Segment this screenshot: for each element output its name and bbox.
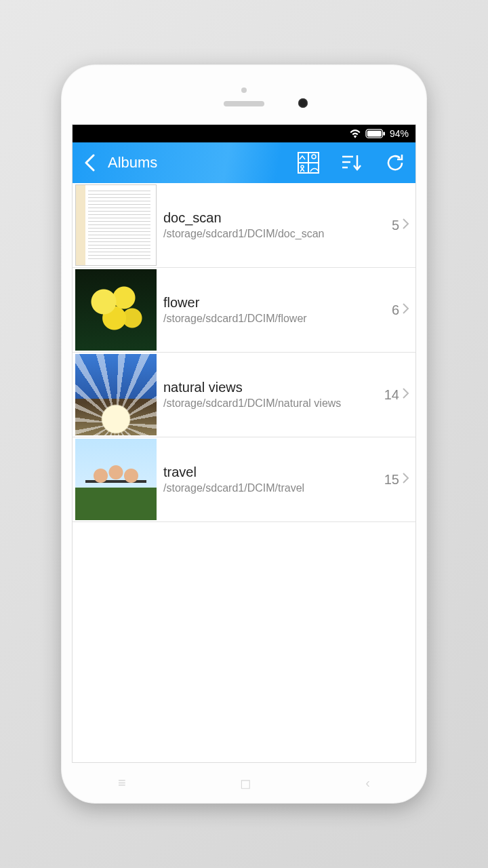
back-hw-button[interactable]: ‹ [365,775,370,791]
album-row[interactable]: doc_scan/storage/sdcard1/DCIM/doc_scan5 [73,183,415,268]
view-mode-button[interactable] [296,151,321,175]
svg-point-6 [312,155,316,159]
grid-view-icon [297,151,320,174]
status-bar: 94% [73,125,415,142]
album-thumbnail [75,354,157,435]
sort-icon [341,153,363,173]
screen: 94% Albums [72,124,416,763]
back-button[interactable] [81,154,98,172]
album-count: 15 [384,472,399,488]
album-row[interactable]: flower/storage/sdcard1/DCIM/flower6 [73,268,415,353]
album-row[interactable]: natural views/storage/sdcard1/DCIM/natur… [73,353,415,437]
album-thumbnail [75,439,157,520]
home-hw-button[interactable]: ◻ [240,775,251,791]
album-path: /storage/sdcard1/DCIM/doc_scan [163,227,389,241]
battery-text: 94% [390,128,409,139]
album-thumbnail [75,184,157,266]
chevron-right-icon [402,218,410,233]
speaker [224,101,264,106]
hw-nav-buttons: ≡ ◻ ‹ [61,775,427,791]
album-path: /storage/sdcard1/DCIM/natural views [163,397,382,410]
album-count: 6 [392,302,399,318]
app-bar: Albums [73,142,415,183]
album-name: doc_scan [163,210,389,226]
chevron-right-icon [402,302,410,317]
album-text: travel/storage/sdcard1/DCIM/travel [163,465,384,495]
menu-hw-button[interactable]: ≡ [118,775,126,791]
sort-button[interactable] [340,151,364,175]
album-path: /storage/sdcard1/DCIM/travel [163,481,382,495]
album-thumbnail [75,269,157,351]
refresh-button[interactable] [383,151,407,175]
album-name: natural views [163,380,382,395]
sensor-dot [241,87,247,93]
chevron-right-icon [402,387,410,402]
phone-frame: 94% Albums [61,64,427,804]
svg-point-7 [301,165,304,168]
back-icon [84,154,95,172]
svg-rect-1 [367,131,382,137]
chevron-right-icon [402,472,410,487]
album-name: travel [163,465,382,480]
album-row[interactable]: travel/storage/sdcard1/DCIM/travel15 [73,437,415,522]
front-camera [298,98,308,108]
album-text: doc_scan/storage/sdcard1/DCIM/doc_scan [163,210,392,241]
album-count: 5 [392,218,399,233]
album-path: /storage/sdcard1/DCIM/flower [163,312,389,326]
refresh-icon [385,153,405,173]
page-title: Albums [108,154,277,172]
album-text: natural views/storage/sdcard1/DCIM/natur… [163,380,384,410]
svg-rect-2 [383,132,385,135]
battery-icon [365,129,386,138]
wifi-icon [349,129,361,138]
album-text: flower/storage/sdcard1/DCIM/flower [163,295,392,326]
album-name: flower [163,295,389,311]
album-count: 14 [384,387,399,403]
album-list: doc_scan/storage/sdcard1/DCIM/doc_scan5f… [73,183,415,762]
